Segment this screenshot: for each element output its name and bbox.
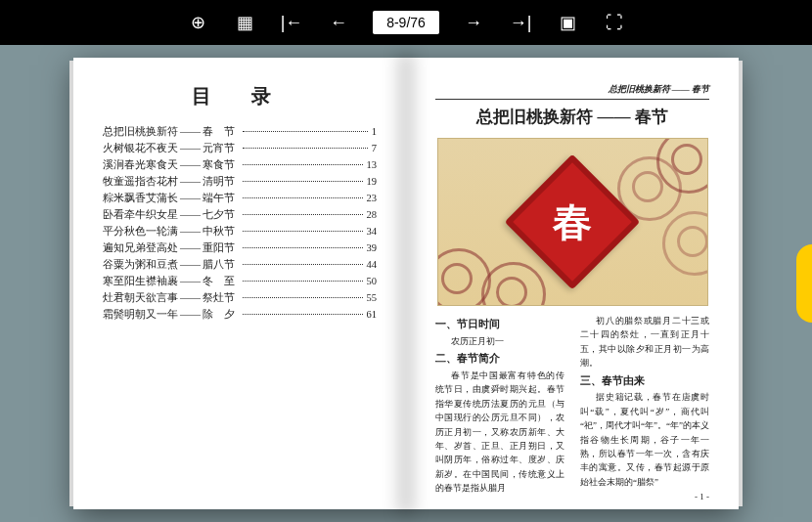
viewer-toolbar: ⊕ ▦ |← ← 8-9/76 → →| ▣ ⛶ [0,0,812,45]
cloud-ornament-icon [662,211,708,276]
toc-entry-page: 23 [367,194,378,204]
toc-entry-title: 粽米飘香艾蒲长 [103,194,178,204]
toc-separator: —— [180,194,201,204]
toc-leader-dots [243,297,363,298]
toc-entry-page: 7 [372,144,377,154]
toc-entry-sub: 七夕节 [203,210,235,221]
hero-char: 春 [553,196,592,249]
page-right: 总把旧桃换新符 —— 春节 总把旧桃换新符 —— 春节 春 一、节日时间 农历正… [406,58,739,509]
toc-entry-page: 28 [367,210,378,221]
last-page-icon[interactable]: →| [508,10,533,35]
toc-leader-dots [243,148,368,149]
running-head: 总把旧桃换新符 —— 春节 [435,83,709,100]
thumbnails-icon[interactable]: ▦ [232,10,257,35]
toc-separator: —— [180,144,201,154]
section-text: 农历正月初一 [435,334,564,348]
toc-row[interactable]: 牧童遥指杏花村——清明节19 [103,177,377,188]
toc-leader-dots [243,247,363,248]
toc-entry-sub: 端午节 [203,194,235,204]
toc-list: 总把旧桃换新符——春 节1火树银花不夜天——元宵节7溪涧春光寒食天——寒食节13… [103,127,377,321]
toc-entry-page: 50 [367,277,378,287]
toc-entry-page: 1 [372,127,377,138]
toc-entry-title: 灶君朝天欲言事 [103,293,178,304]
section-text: 初八的腊祭或腊月二十三或二十四的祭灶，一直到正月十五，其中以除夕和正月初一为高潮… [580,314,709,370]
toc-row[interactable]: 平分秋色一轮满——中秋节34 [103,227,377,238]
toc-entry-sub: 寒食节 [203,160,235,171]
section-heading: 三、春节由来 [580,373,709,390]
toc-entry-page: 61 [367,310,378,321]
toc-leader-dots [243,314,363,315]
toc-entry-title: 遍知兄弟登高处 [103,243,178,254]
toc-entry-sub: 腊八节 [203,260,235,271]
book-spread: 目 录 总把旧桃换新符——春 节1火树银花不夜天——元宵节7溪涧春光寒食天——寒… [73,58,739,509]
toc-separator: —— [180,310,201,321]
next-page-icon[interactable]: → [461,10,486,35]
toc-separator: —— [180,243,201,254]
fullscreen-icon[interactable]: ⛶ [602,10,627,35]
toc-leader-dots [243,264,363,265]
page-left: 目 录 总把旧桃换新符——春 节1火树银花不夜天——元宵节7溪涧春光寒食天——寒… [73,58,406,509]
toc-row[interactable]: 卧看牵牛织女星——七夕节28 [103,210,377,221]
prev-page-icon[interactable]: ← [326,10,351,35]
toc-entry-title: 溪涧春光寒食天 [103,160,178,171]
article-title: 总把旧桃换新符 —— 春节 [435,106,709,128]
toc-entry-title: 霜鬓明朝又一年 [103,310,178,321]
toc-entry-sub: 祭灶节 [203,293,235,304]
toc-entry-page: 19 [367,177,378,188]
toc-leader-dots [243,181,363,182]
toc-leader-dots [243,164,363,165]
zoom-in-icon[interactable]: ⊕ [185,10,210,35]
toc-row[interactable]: 火树银花不夜天——元宵节7 [103,144,377,154]
toc-separator: —— [180,260,201,271]
toc-separator: —— [180,227,201,238]
toc-entry-sub: 重阳节 [203,243,235,254]
page-number: - 1 - [695,492,709,501]
section-heading: 二、春节简介 [435,351,564,368]
side-tab[interactable] [796,244,812,323]
hero-image: 春 [437,138,708,306]
toc-row[interactable]: 寒至阳生襟袖裹——冬 至50 [103,277,377,287]
toc-separator: —— [180,277,201,287]
toc-leader-dots [243,131,368,132]
toc-entry-page: 55 [367,293,378,304]
toc-row[interactable]: 霜鬓明朝又一年——除 夕61 [103,310,377,321]
toc-entry-title: 谷粟为粥和豆煮 [103,260,178,271]
toc-separator: —— [180,293,201,304]
toc-heading: 目 录 [103,83,377,109]
toc-entry-title: 卧看牵牛织女星 [103,210,178,221]
toc-entry-page: 39 [367,243,378,254]
toc-entry-title: 火树银花不夜天 [103,144,178,154]
single-page-icon[interactable]: ▣ [555,10,580,35]
cloud-ornament-icon [481,262,546,306]
page-indicator[interactable]: 8-9/76 [373,11,439,34]
toc-entry-title: 牧童遥指杏花村 [103,177,178,188]
toc-entry-title: 总把旧桃换新符 [103,127,178,138]
section-text: 春节是中国最富有特色的传统节日，由虞舜时期兴起。春节指华夏传统历法夏历的元旦（与… [435,369,564,496]
toc-entry-sub: 元宵节 [203,144,235,154]
toc-separator: —— [180,127,201,138]
toc-entry-sub: 除 夕 [203,310,235,321]
toc-separator: —— [180,210,201,221]
toc-entry-page: 34 [367,227,378,238]
viewer-stage: 目 录 总把旧桃换新符——春 节1火树银花不夜天——元宵节7溪涧春光寒食天——寒… [0,45,812,522]
section-text: 据史籍记载，春节在唐虞时叫“载”，夏代叫“岁”，商代叫“祀”，周代才叫“年”。“… [580,390,709,489]
toc-separator: —— [180,177,201,188]
toc-entry-page: 13 [367,160,378,171]
toc-row[interactable]: 谷粟为粥和豆煮——腊八节44 [103,260,377,271]
toc-entry-sub: 中秋节 [203,227,235,238]
toc-row[interactable]: 总把旧桃换新符——春 节1 [103,127,377,138]
toc-entry-sub: 清明节 [203,177,235,188]
article-body: 一、节日时间 农历正月初一 二、春节简介 春节是中国最富有特色的传统节日，由虞舜… [435,314,709,496]
first-page-icon[interactable]: |← [279,10,304,35]
toc-entry-sub: 冬 至 [203,277,235,287]
toc-leader-dots [243,231,363,232]
toc-row[interactable]: 遍知兄弟登高处——重阳节39 [103,243,377,254]
toc-row[interactable]: 溪涧春光寒食天——寒食节13 [103,160,377,171]
toc-entry-title: 寒至阳生襟袖裹 [103,277,178,287]
toc-entry-page: 44 [367,260,378,271]
toc-row[interactable]: 粽米飘香艾蒲长——端午节23 [103,194,377,204]
toc-separator: —— [180,160,201,171]
section-heading: 一、节日时间 [435,317,564,333]
toc-entry-sub: 春 节 [203,127,235,138]
toc-row[interactable]: 灶君朝天欲言事——祭灶节55 [103,293,377,304]
